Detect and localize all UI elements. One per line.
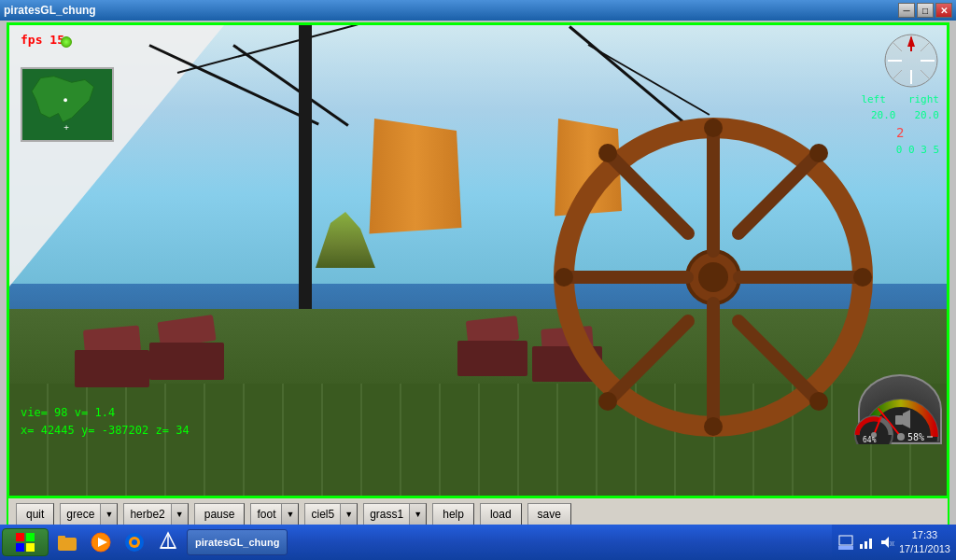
volume-icon[interactable]: )))) bbox=[879, 534, 895, 551]
taskbar-icon-media[interactable] bbox=[86, 528, 116, 556]
save-button[interactable]: save bbox=[527, 503, 571, 525]
svg-line-7 bbox=[608, 153, 688, 233]
system-clock: 17:33 17/11/2013 bbox=[899, 528, 950, 557]
quit-button[interactable]: quit bbox=[16, 503, 54, 525]
svg-marker-19 bbox=[32, 77, 94, 122]
grece-dropdown[interactable]: grece ▼ bbox=[60, 503, 118, 525]
grass1-arrow[interactable]: ▼ bbox=[409, 504, 426, 525]
svg-rect-61 bbox=[869, 539, 872, 549]
svg-point-53 bbox=[132, 539, 137, 545]
svg-point-16 bbox=[809, 392, 828, 411]
herbe2-arrow[interactable]: ▼ bbox=[171, 504, 188, 525]
window-title: piratesGL_chung bbox=[4, 4, 96, 17]
foot-label: foot bbox=[251, 508, 281, 521]
taskbar-icon-firefox[interactable] bbox=[120, 528, 149, 556]
radar-dot bbox=[61, 36, 72, 48]
minimap: + bbox=[21, 67, 114, 142]
minimap-content: + bbox=[22, 69, 112, 140]
taskbar-icon-folder[interactable] bbox=[52, 528, 82, 556]
svg-rect-59 bbox=[860, 544, 863, 549]
game-viewport: fps 15 + vie= 98 v= 1.4 x= 42445 y= -387… bbox=[7, 22, 949, 498]
svg-line-10 bbox=[608, 321, 688, 401]
main-mast bbox=[299, 25, 312, 324]
taskbar-icon-ship[interactable] bbox=[153, 528, 183, 556]
svg-point-11 bbox=[704, 119, 723, 137]
svg-point-14 bbox=[853, 268, 872, 287]
maximize-button[interactable]: □ bbox=[917, 3, 934, 18]
svg-line-9 bbox=[738, 153, 819, 233]
svg-rect-48 bbox=[58, 536, 65, 539]
ciel5-label: ciel5 bbox=[305, 508, 340, 521]
ciel5-arrow[interactable]: ▼ bbox=[340, 504, 357, 525]
pause-button[interactable]: pause bbox=[194, 503, 246, 525]
grece-arrow[interactable]: ▼ bbox=[100, 504, 117, 525]
left-label: left bbox=[861, 92, 886, 108]
close-button[interactable]: ✕ bbox=[935, 3, 952, 18]
sail-orange-1 bbox=[364, 119, 467, 240]
start-button[interactable] bbox=[2, 528, 49, 556]
ciel5-dropdown[interactable]: ciel5 ▼ bbox=[304, 503, 358, 525]
right-value: 20.0 bbox=[915, 108, 940, 124]
score-value: 2 bbox=[861, 123, 939, 143]
foot-arrow[interactable]: ▼ bbox=[281, 504, 298, 525]
svg-text:)))): )))) bbox=[890, 540, 894, 546]
speed-percent: 58% bbox=[893, 432, 939, 442]
network-icon bbox=[858, 534, 875, 551]
svg-rect-47 bbox=[58, 538, 77, 551]
svg-line-8 bbox=[738, 321, 819, 401]
svg-point-17 bbox=[809, 144, 828, 162]
window-controls: ─ □ ✕ bbox=[898, 3, 952, 18]
clock-date: 17/11/2013 bbox=[899, 542, 950, 556]
svg-point-15 bbox=[598, 144, 617, 162]
grece-label: grece bbox=[61, 508, 100, 521]
svg-rect-37 bbox=[895, 415, 903, 425]
svg-point-13 bbox=[555, 268, 573, 287]
svg-rect-43 bbox=[16, 533, 24, 541]
debug-line1: vie= 98 v= 1.4 bbox=[21, 404, 190, 422]
minimize-button[interactable]: ─ bbox=[898, 3, 915, 18]
svg-rect-46 bbox=[26, 543, 35, 552]
cannon-base-3 bbox=[457, 341, 527, 376]
grass1-label: grass1 bbox=[364, 508, 409, 521]
compass bbox=[883, 33, 939, 89]
cannon-base-2 bbox=[149, 343, 224, 380]
cannon-base-1 bbox=[75, 350, 149, 387]
fps-counter: fps 15 bbox=[21, 33, 64, 47]
taskbar: piratesGL_chung )))) 17: bbox=[0, 525, 956, 560]
svg-rect-57 bbox=[839, 536, 852, 545]
show-desktop-icon[interactable] bbox=[837, 534, 854, 551]
svg-point-20 bbox=[63, 98, 67, 102]
load-button[interactable]: load bbox=[480, 503, 522, 525]
clock-time: 17:33 bbox=[899, 528, 950, 542]
title-bar: piratesGL_chung ─ □ ✕ bbox=[0, 0, 956, 21]
counter-value: 0 0 3 5 bbox=[861, 143, 939, 159]
herbe2-label: herbe2 bbox=[124, 508, 170, 521]
herbe2-dropdown[interactable]: herbe2 ▼ bbox=[123, 503, 188, 525]
svg-marker-62 bbox=[881, 537, 889, 548]
left-value: 20.0 bbox=[871, 108, 896, 124]
foot-dropdown[interactable]: foot ▼ bbox=[250, 503, 299, 525]
speedometer-2: 64% bbox=[853, 388, 895, 444]
help-button[interactable]: help bbox=[432, 503, 474, 525]
svg-point-12 bbox=[704, 417, 723, 436]
svg-rect-44 bbox=[26, 533, 35, 541]
svg-text:+: + bbox=[63, 121, 69, 132]
system-tray: )))) 17:33 17/11/2013 bbox=[832, 525, 956, 560]
debug-line2: x= 42445 y= -387202 z= 34 bbox=[21, 422, 190, 440]
svg-text:64%: 64% bbox=[863, 436, 877, 444]
svg-point-18 bbox=[598, 392, 617, 411]
svg-rect-60 bbox=[865, 541, 867, 549]
svg-rect-45 bbox=[16, 543, 24, 552]
active-app-button[interactable]: piratesGL_chung bbox=[187, 529, 288, 555]
grass1-dropdown[interactable]: grass1 ▼ bbox=[363, 503, 427, 525]
debug-info: vie= 98 v= 1.4 x= 42445 y= -387202 z= 34 bbox=[21, 404, 190, 440]
svg-rect-58 bbox=[838, 546, 853, 550]
stats-panel: left right 20.0 20.0 2 0 0 3 5 bbox=[861, 92, 939, 159]
svg-point-1 bbox=[698, 262, 728, 292]
ship-wheel bbox=[536, 81, 891, 473]
right-label: right bbox=[908, 92, 939, 108]
